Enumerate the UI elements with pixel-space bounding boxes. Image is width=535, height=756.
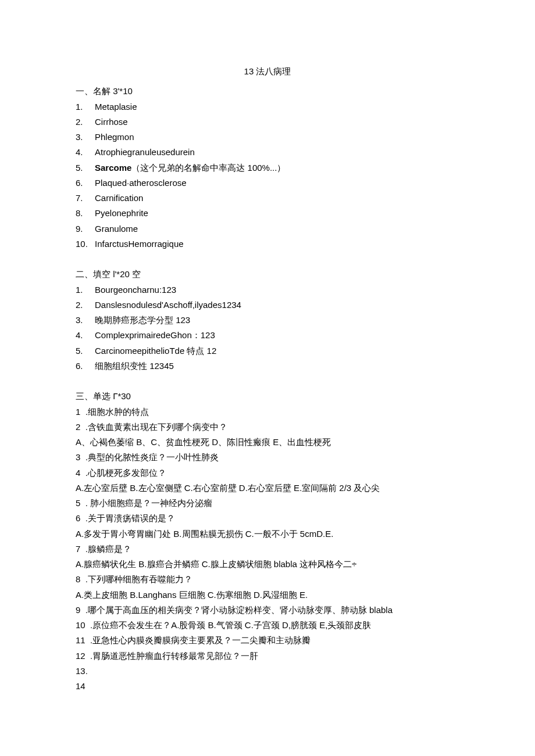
s3-line-5: 4 .心肌梗死多发部位？ xyxy=(76,465,459,481)
s3-line-9: A.多发于胃小弯胃幽门处 B.周围粘膜无损伤 C.一般不小于 5cmD.E. xyxy=(76,526,459,542)
document-page: 13 法八病理 一、名解 3'*10 1. Metaplasie 2. Cirr… xyxy=(0,0,535,729)
s2-item-1: 1. Bourgeoncharnu:123 xyxy=(76,282,459,298)
s1-item-3: 3. Phlegmon xyxy=(76,130,459,145)
list-number: 3. xyxy=(76,130,95,145)
list-content: CarcinomeepithelioTde 特点 12 xyxy=(95,343,459,359)
list-number: 8. xyxy=(76,206,95,221)
s3-line-18: 13. xyxy=(76,664,459,679)
list-number: 1. xyxy=(76,99,95,114)
list-number: 1. xyxy=(76,282,95,298)
list-content: Atrophiegranuleusedurein xyxy=(95,145,459,160)
list-number: 3. xyxy=(76,313,95,328)
s1-item-5: 5. Sarcome（这个兄弟的名解命中率高达 100%...） xyxy=(76,160,459,175)
s3-line-2: 2 .含铁血黄素出现在下列哪个病变中？ xyxy=(76,420,459,435)
s3-line-6: A.左心室后壁 B.左心室侧壁 C.右心室前壁 D.右心室后壁 E.室间隔前 2… xyxy=(76,481,459,496)
list-content: Bourgeoncharnu:123 xyxy=(95,282,459,298)
s1-item-10: 10. InfarctusHemorragique xyxy=(76,237,459,252)
list-content: 晚期肺癌形态学分型 123 xyxy=(95,313,459,328)
s3-line-7: 5 . 肺小细胞癌是？一神经内分泌瘤 xyxy=(76,496,459,511)
list-number: 9. xyxy=(76,221,95,237)
list-number: 5. xyxy=(76,343,95,359)
section-2-header: 二、填空 l'*20 空 xyxy=(76,267,459,282)
list-number: 10. xyxy=(76,237,95,252)
list-number: 2. xyxy=(76,114,95,130)
list-content: Pyelonephrite xyxy=(95,206,459,221)
s3-line-15: 10 .原位癌不会发生在？A.股骨颈 B.气管颈 C.子宫颈 D,膀胱颈 E,头… xyxy=(76,618,459,633)
s1-item-7: 7. Carnification xyxy=(76,191,459,206)
s3-line-19: 14 xyxy=(76,679,459,694)
list-content: Phlegmon xyxy=(95,130,459,145)
s3-line-10: 7 .腺鳞癌是？ xyxy=(76,542,459,557)
s3-line-12: 8 .下列哪种细胞有吞噬能力？ xyxy=(76,572,459,587)
s3-line-17: 12 .胃肠道恶性肿瘤血行转移最常见部位？一肝 xyxy=(76,648,459,664)
s2-item-5: 5. CarcinomeepithelioTde 特点 12 xyxy=(76,343,459,359)
list-content: ComplexprimairedeGhon：123 xyxy=(95,328,459,343)
s1-item-8: 8. Pyelonephrite xyxy=(76,206,459,221)
list-number: 6. xyxy=(76,175,95,191)
s3-line-8: 6 .关于胃溃疡错误的是？ xyxy=(76,511,459,526)
s2-item-4: 4. ComplexprimairedeGhon：123 xyxy=(76,328,459,343)
s2-item-3: 3. 晚期肺癌形态学分型 123 xyxy=(76,313,459,328)
list-number: 2. xyxy=(76,298,95,313)
list-content: InfarctusHemorragique xyxy=(95,237,459,252)
list-content: Granulome xyxy=(95,221,459,237)
list-number: 5. xyxy=(76,160,95,175)
list-content: Cirrhose xyxy=(95,114,459,130)
document-title: 13 法八病理 xyxy=(76,64,459,79)
list-content: 细胞组织变性 12345 xyxy=(95,359,459,374)
blank-line xyxy=(76,374,459,389)
s2-item-2: 2. Danslesnodulesd'Aschoff,ilyades1234 xyxy=(76,298,459,313)
s1-item-6: 6. Plaqued·atherosclerose xyxy=(76,175,459,191)
s2-item-6: 6. 细胞组织变性 12345 xyxy=(76,359,459,374)
section-1-header: 一、名解 3'*10 xyxy=(76,84,459,99)
s1-item-1: 1. Metaplasie xyxy=(76,99,459,114)
s3-line-14: 9 .哪个属于高血压的相关病变？肾小动脉淀粉样变、肾小动脉变厚、肺动脉 blab… xyxy=(76,603,459,618)
list-content: Metaplasie xyxy=(95,99,459,114)
blank-line xyxy=(76,252,459,267)
s1-item-2: 2. Cirrhose xyxy=(76,114,459,130)
list-number: 4. xyxy=(76,145,95,160)
s3-line-3: A、心褐色萎缩 B、C、贫血性梗死 D、陈旧性瘢痕 E、出血性梗死 xyxy=(76,435,459,450)
list-number: 6. xyxy=(76,359,95,374)
section-3-header: 三、单选 Γ*30 xyxy=(76,389,459,404)
item-rest: （这个兄弟的名解命中率高达 100%...） xyxy=(131,163,286,173)
s1-item-9: 9. Granulome xyxy=(76,221,459,237)
s3-line-1: 1 .细胞水肿的特点 xyxy=(76,404,459,420)
s3-line-16: 11 .亚急性心内膜炎瓣膜病变主要累及？一二尖瓣和主动脉瓣 xyxy=(76,633,459,648)
s3-line-11: A.腺癌鳞状化生 B.腺癌合并鳞癌 C.腺上皮鳞状细胞 blabla 这种风格今… xyxy=(76,557,459,572)
list-content: Danslesnodulesd'Aschoff,ilyades1234 xyxy=(95,298,459,313)
list-number: 7. xyxy=(76,191,95,206)
list-content: Plaqued·atherosclerose xyxy=(95,175,459,191)
s3-line-4: 3 .典型的化脓性炎症？一小叶性肺炎 xyxy=(76,450,459,465)
bold-term: Sarcome xyxy=(95,163,131,173)
list-number: 4. xyxy=(76,328,95,343)
s1-item-4: 4. Atrophiegranuleusedurein xyxy=(76,145,459,160)
s3-line-13: A.类上皮细胞 B.Langhans 巨细胞 C.伤寒细胞 D.风湿细胞 E. xyxy=(76,587,459,603)
list-content: Sarcome（这个兄弟的名解命中率高达 100%...） xyxy=(95,160,459,175)
list-content: Carnification xyxy=(95,191,459,206)
